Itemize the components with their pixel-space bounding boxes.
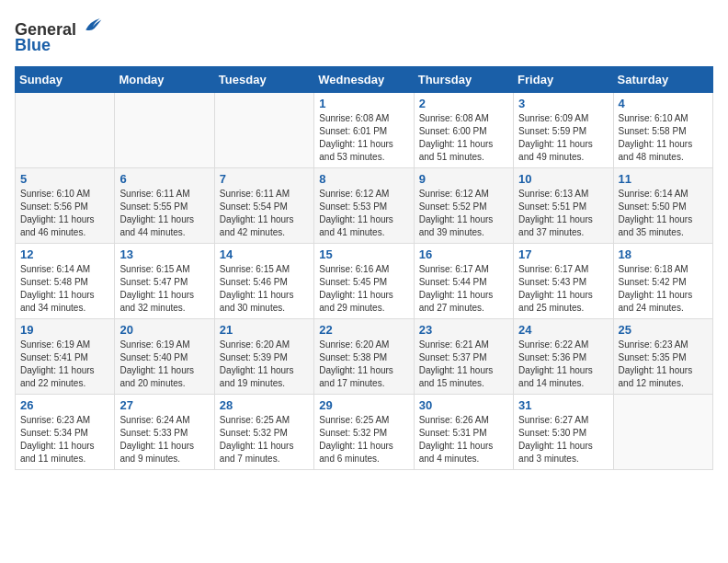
page-header: General Blue	[15, 15, 713, 55]
day-info: Sunrise: 6:23 AM Sunset: 5:35 PM Dayligh…	[619, 339, 708, 390]
day-cell: 5Sunrise: 6:10 AM Sunset: 5:56 PM Daylig…	[16, 168, 115, 244]
day-number: 23	[419, 323, 508, 337]
day-info: Sunrise: 6:25 AM Sunset: 5:32 PM Dayligh…	[220, 414, 309, 465]
day-info: Sunrise: 6:16 AM Sunset: 5:45 PM Dayligh…	[319, 263, 408, 315]
day-cell: 1Sunrise: 6:08 AM Sunset: 6:01 PM Daylig…	[314, 93, 414, 168]
week-row-1: 1Sunrise: 6:08 AM Sunset: 6:01 PM Daylig…	[16, 93, 713, 168]
day-info: Sunrise: 6:15 AM Sunset: 5:46 PM Dayligh…	[220, 263, 309, 315]
day-number: 30	[419, 398, 508, 412]
calendar-table: SundayMondayTuesdayWednesdayThursdayFrid…	[15, 66, 713, 470]
day-info: Sunrise: 6:22 AM Sunset: 5:36 PM Dayligh…	[518, 339, 608, 390]
day-number: 29	[319, 398, 408, 412]
day-info: Sunrise: 6:11 AM Sunset: 5:55 PM Dayligh…	[119, 188, 209, 239]
day-number: 9	[419, 172, 508, 186]
day-number: 3	[518, 97, 608, 110]
day-cell: 4Sunrise: 6:10 AM Sunset: 5:58 PM Daylig…	[613, 93, 712, 168]
day-cell: 19Sunrise: 6:19 AM Sunset: 5:41 PM Dayli…	[16, 319, 115, 395]
day-info: Sunrise: 6:19 AM Sunset: 5:40 PM Dayligh…	[119, 339, 209, 390]
day-cell: 8Sunrise: 6:12 AM Sunset: 5:53 PM Daylig…	[314, 168, 414, 244]
day-cell: 15Sunrise: 6:16 AM Sunset: 5:45 PM Dayli…	[314, 244, 414, 319]
day-number: 31	[518, 398, 608, 412]
day-number: 28	[220, 398, 309, 412]
day-number: 25	[619, 323, 708, 337]
day-info: Sunrise: 6:17 AM Sunset: 5:43 PM Dayligh…	[518, 263, 608, 315]
day-info: Sunrise: 6:20 AM Sunset: 5:38 PM Dayligh…	[319, 339, 408, 390]
day-number: 15	[319, 247, 408, 261]
day-info: Sunrise: 6:14 AM Sunset: 5:50 PM Dayligh…	[619, 188, 708, 239]
day-info: Sunrise: 6:08 AM Sunset: 6:01 PM Dayligh…	[319, 112, 408, 164]
day-cell: 11Sunrise: 6:14 AM Sunset: 5:50 PM Dayli…	[613, 168, 712, 244]
day-cell: 18Sunrise: 6:18 AM Sunset: 5:42 PM Dayli…	[613, 244, 712, 319]
day-info: Sunrise: 6:24 AM Sunset: 5:33 PM Dayligh…	[119, 414, 209, 465]
day-cell: 26Sunrise: 6:23 AM Sunset: 5:34 PM Dayli…	[16, 395, 115, 470]
day-number: 20	[119, 323, 209, 337]
day-cell: 6Sunrise: 6:11 AM Sunset: 5:55 PM Daylig…	[115, 168, 214, 244]
weekday-saturday: Saturday	[613, 67, 712, 93]
day-cell	[613, 395, 712, 470]
week-row-3: 12Sunrise: 6:14 AM Sunset: 5:48 PM Dayli…	[16, 244, 713, 319]
day-info: Sunrise: 6:11 AM Sunset: 5:54 PM Dayligh…	[220, 188, 309, 239]
day-number: 2	[419, 97, 508, 110]
day-info: Sunrise: 6:15 AM Sunset: 5:47 PM Dayligh…	[119, 263, 209, 315]
day-info: Sunrise: 6:27 AM Sunset: 5:30 PM Dayligh…	[518, 414, 608, 465]
day-number: 17	[518, 247, 608, 261]
day-info: Sunrise: 6:23 AM Sunset: 5:34 PM Dayligh…	[20, 414, 109, 465]
day-cell: 24Sunrise: 6:22 AM Sunset: 5:36 PM Dayli…	[514, 319, 613, 395]
weekday-thursday: Thursday	[414, 67, 513, 93]
day-info: Sunrise: 6:19 AM Sunset: 5:41 PM Dayligh…	[20, 339, 109, 390]
day-number: 21	[220, 323, 309, 337]
day-info: Sunrise: 6:09 AM Sunset: 5:59 PM Dayligh…	[518, 112, 608, 164]
day-number: 1	[319, 97, 408, 110]
day-number: 18	[619, 247, 708, 261]
day-cell: 13Sunrise: 6:15 AM Sunset: 5:47 PM Dayli…	[115, 244, 214, 319]
day-cell: 3Sunrise: 6:09 AM Sunset: 5:59 PM Daylig…	[514, 93, 613, 168]
day-cell: 12Sunrise: 6:14 AM Sunset: 5:48 PM Dayli…	[16, 244, 115, 319]
day-number: 27	[119, 398, 209, 412]
day-info: Sunrise: 6:13 AM Sunset: 5:51 PM Dayligh…	[518, 188, 608, 239]
day-cell: 25Sunrise: 6:23 AM Sunset: 5:35 PM Dayli…	[613, 319, 712, 395]
week-row-2: 5Sunrise: 6:10 AM Sunset: 5:56 PM Daylig…	[16, 168, 713, 244]
day-info: Sunrise: 6:10 AM Sunset: 5:56 PM Dayligh…	[20, 188, 109, 239]
day-cell: 20Sunrise: 6:19 AM Sunset: 5:40 PM Dayli…	[115, 319, 214, 395]
calendar-body: 1Sunrise: 6:08 AM Sunset: 6:01 PM Daylig…	[16, 93, 713, 470]
day-cell: 27Sunrise: 6:24 AM Sunset: 5:33 PM Dayli…	[115, 395, 214, 470]
day-cell	[214, 93, 313, 168]
day-cell	[115, 93, 214, 168]
day-info: Sunrise: 6:17 AM Sunset: 5:44 PM Dayligh…	[419, 263, 508, 315]
logo-bird-icon	[80, 15, 106, 35]
day-info: Sunrise: 6:21 AM Sunset: 5:37 PM Dayligh…	[419, 339, 508, 390]
day-number: 19	[20, 323, 109, 337]
day-cell: 29Sunrise: 6:25 AM Sunset: 5:32 PM Dayli…	[314, 395, 414, 470]
day-number: 24	[518, 323, 608, 337]
day-info: Sunrise: 6:25 AM Sunset: 5:32 PM Dayligh…	[319, 414, 408, 465]
day-info: Sunrise: 6:12 AM Sunset: 5:53 PM Dayligh…	[319, 188, 408, 239]
day-cell: 30Sunrise: 6:26 AM Sunset: 5:31 PM Dayli…	[414, 395, 513, 470]
day-cell: 2Sunrise: 6:08 AM Sunset: 6:00 PM Daylig…	[414, 93, 513, 168]
day-info: Sunrise: 6:26 AM Sunset: 5:31 PM Dayligh…	[419, 414, 508, 465]
day-cell: 16Sunrise: 6:17 AM Sunset: 5:44 PM Dayli…	[414, 244, 513, 319]
day-info: Sunrise: 6:12 AM Sunset: 5:52 PM Dayligh…	[419, 188, 508, 239]
day-cell: 9Sunrise: 6:12 AM Sunset: 5:52 PM Daylig…	[414, 168, 513, 244]
weekday-sunday: Sunday	[16, 67, 115, 93]
day-cell: 23Sunrise: 6:21 AM Sunset: 5:37 PM Dayli…	[414, 319, 513, 395]
day-info: Sunrise: 6:10 AM Sunset: 5:58 PM Dayligh…	[619, 112, 708, 164]
day-number: 14	[220, 247, 309, 261]
day-cell: 7Sunrise: 6:11 AM Sunset: 5:54 PM Daylig…	[214, 168, 313, 244]
day-info: Sunrise: 6:14 AM Sunset: 5:48 PM Dayligh…	[20, 263, 109, 315]
day-number: 13	[119, 247, 209, 261]
day-cell: 22Sunrise: 6:20 AM Sunset: 5:38 PM Dayli…	[314, 319, 414, 395]
weekday-tuesday: Tuesday	[214, 67, 313, 93]
day-number: 4	[619, 97, 708, 110]
day-info: Sunrise: 6:08 AM Sunset: 6:00 PM Dayligh…	[419, 112, 508, 164]
day-info: Sunrise: 6:18 AM Sunset: 5:42 PM Dayligh…	[619, 263, 708, 315]
day-number: 26	[20, 398, 109, 412]
day-number: 12	[20, 247, 109, 261]
day-number: 5	[20, 172, 109, 186]
day-number: 16	[419, 247, 508, 261]
day-info: Sunrise: 6:20 AM Sunset: 5:39 PM Dayligh…	[220, 339, 309, 390]
day-number: 6	[119, 172, 209, 186]
day-number: 22	[319, 323, 408, 337]
day-cell: 28Sunrise: 6:25 AM Sunset: 5:32 PM Dayli…	[214, 395, 313, 470]
day-cell: 31Sunrise: 6:27 AM Sunset: 5:30 PM Dayli…	[514, 395, 613, 470]
weekday-friday: Friday	[514, 67, 613, 93]
